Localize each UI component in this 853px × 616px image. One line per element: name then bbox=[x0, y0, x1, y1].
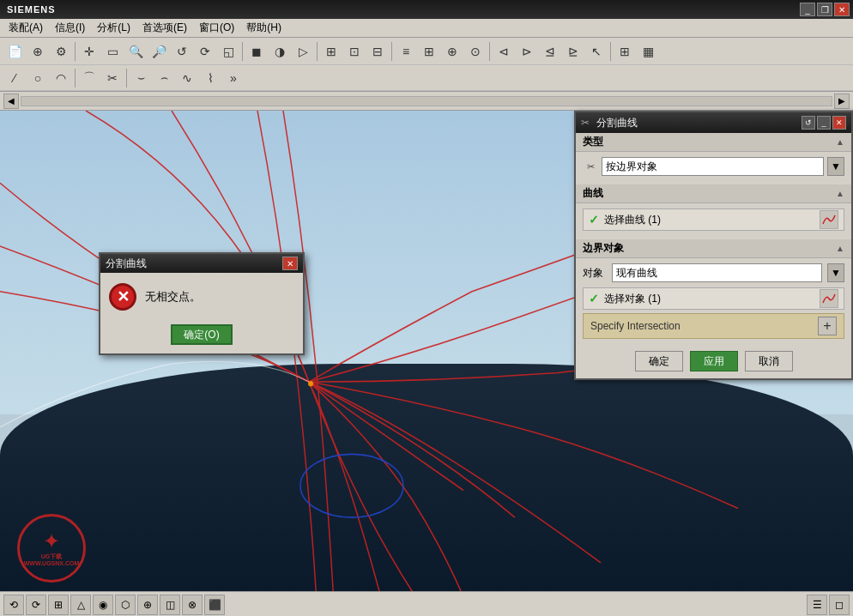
tb2-offset-btn[interactable]: ⌒ bbox=[78, 67, 100, 89]
tb-wire-btn[interactable]: ▷ bbox=[292, 40, 314, 63]
status-btn-3[interactable]: ⊞ bbox=[48, 595, 69, 615]
menu-item-preferences[interactable]: 首选项(E) bbox=[137, 19, 192, 37]
boundary-curve-btn[interactable] bbox=[820, 289, 838, 308]
restore-button[interactable]: ❐ bbox=[817, 3, 832, 16]
status-btn-5[interactable]: ◉ bbox=[93, 595, 113, 615]
type-collapse-arrow[interactable]: ▲ bbox=[836, 137, 844, 147]
tb-dims2-btn[interactable]: ⊙ bbox=[464, 40, 487, 63]
status-btn-6[interactable]: ⬡ bbox=[115, 595, 136, 615]
type-select[interactable]: 按边界对象 bbox=[602, 157, 824, 176]
minimize-button[interactable]: _ bbox=[800, 3, 815, 16]
menu-item-info[interactable]: 信息(I) bbox=[50, 19, 90, 37]
tb-dims-btn[interactable]: ⊕ bbox=[441, 40, 463, 63]
tb2-sep-2 bbox=[126, 69, 127, 88]
tb-view-btn[interactable]: ▭ bbox=[101, 40, 124, 63]
status-btn-right-1[interactable]: ☰ bbox=[807, 595, 827, 615]
logo-star-icon: ✦ bbox=[43, 529, 60, 553]
tb2-spline-btn[interactable]: ∿ bbox=[176, 67, 198, 89]
tb2-curve-btn[interactable]: ⌇ bbox=[199, 67, 221, 89]
status-btn-4[interactable]: △ bbox=[70, 595, 91, 615]
tb2-trim-btn[interactable]: ✂ bbox=[101, 67, 124, 89]
tb-rotate-btn[interactable]: ⟳ bbox=[194, 40, 216, 63]
menu-item-analysis[interactable]: 分析(L) bbox=[92, 19, 136, 37]
tb-sep-4 bbox=[391, 42, 392, 61]
status-btn-right-2[interactable]: ◻ bbox=[829, 595, 850, 615]
curve-section-label: 曲线 bbox=[583, 186, 603, 201]
tb2-more-btn[interactable]: » bbox=[222, 67, 245, 89]
boundary-obj-dropdown-btn[interactable]: ▼ bbox=[827, 263, 844, 282]
status-btn-9[interactable]: ⊗ bbox=[182, 595, 203, 615]
boundary-obj-row: 对象 现有曲线 ▼ bbox=[583, 263, 844, 282]
tb-more1-btn[interactable]: ⊲ bbox=[493, 40, 515, 63]
tb-arrow-btn[interactable]: ↖ bbox=[585, 40, 608, 63]
curve-collapse-arrow[interactable]: ▲ bbox=[836, 189, 844, 198]
panel-title-controls: ↺ _ ✕ bbox=[802, 116, 846, 130]
status-btn-8[interactable]: ◫ bbox=[160, 595, 180, 615]
curve-icon-btn[interactable] bbox=[820, 210, 838, 229]
boundary-collapse-arrow[interactable]: ▲ bbox=[836, 244, 844, 253]
panel-ok-button[interactable]: 确定 bbox=[635, 351, 683, 371]
menu-item-help[interactable]: 帮助(H) bbox=[241, 19, 287, 37]
tb-more3-btn[interactable]: ⊴ bbox=[539, 40, 561, 63]
tb-render-btn[interactable]: ◑ bbox=[269, 40, 291, 63]
nav-left-arrow[interactable]: ◀ bbox=[3, 94, 19, 109]
tb2-arc-btn[interactable]: ◠ bbox=[50, 67, 72, 89]
status-btn-7[interactable]: ⊕ bbox=[137, 595, 158, 615]
boundary-select-row: ✓ 选择对象 (1) bbox=[583, 287, 844, 310]
alert-ok-button[interactable]: 确定(O) bbox=[171, 324, 233, 345]
type-dropdown-btn[interactable]: ▼ bbox=[827, 157, 844, 176]
status-btn-1[interactable]: ⟲ bbox=[3, 595, 24, 615]
close-button[interactable]: ✕ bbox=[834, 3, 850, 16]
type-section-content: ✂ 按边界对象 ▼ bbox=[576, 152, 851, 184]
tb-target-btn[interactable]: ⊕ bbox=[27, 40, 49, 63]
boundary-obj-select[interactable]: 现有曲线 bbox=[612, 263, 822, 282]
tb-zoom2-btn[interactable]: 🔎 bbox=[148, 40, 170, 63]
tb-snap2-btn[interactable]: ⊡ bbox=[343, 40, 366, 63]
title-bar: SIEMENS _ ❐ ✕ bbox=[0, 0, 853, 19]
tb2-line-btn[interactable]: ∕ bbox=[3, 67, 26, 89]
tb-3d-btn[interactable]: ◱ bbox=[217, 40, 239, 63]
tb-orient-btn[interactable]: ⊟ bbox=[366, 40, 389, 63]
tb-more4-btn[interactable]: ⊵ bbox=[562, 40, 584, 63]
tb2-circle-btn[interactable]: ○ bbox=[27, 67, 49, 89]
alert-buttons: 确定(O) bbox=[100, 321, 303, 353]
panel-restore-button[interactable]: ↺ bbox=[802, 116, 815, 130]
status-btn-2[interactable]: ⟳ bbox=[26, 595, 46, 615]
boundary-check-icon: ✓ bbox=[589, 292, 599, 305]
alert-close-button[interactable]: ✕ bbox=[282, 257, 298, 270]
tb-snap-btn[interactable]: ⊞ bbox=[320, 40, 342, 63]
tb-new-btn[interactable]: 📄 bbox=[3, 40, 26, 63]
tb-components-btn[interactable]: ⚙ bbox=[50, 40, 72, 63]
panel-apply-button[interactable]: 应用 bbox=[690, 351, 738, 371]
tb-layer-btn[interactable]: ≡ bbox=[395, 40, 417, 63]
type-section-label: 类型 bbox=[583, 135, 603, 149]
tb2-fillet-btn[interactable]: ⌣ bbox=[130, 67, 152, 89]
toolbar-row-2: ∕ ○ ◠ ⌒ ✂ ⌣ ⌢ ∿ ⌇ » bbox=[0, 65, 853, 91]
nav-right-arrow[interactable]: ▶ bbox=[834, 94, 850, 109]
panel-minimize-button[interactable]: _ bbox=[817, 116, 831, 130]
curve-section-content: ✓ 选择曲线 (1) bbox=[576, 203, 851, 239]
tb-shade-btn[interactable]: ◼ bbox=[245, 40, 268, 63]
menu-item-window[interactable]: 窗口(O) bbox=[194, 19, 239, 37]
logo-text: UG下载 WWW.UGSNX.COM bbox=[24, 553, 80, 568]
tb-zoom-btn[interactable]: 🔍 bbox=[124, 40, 147, 63]
specify-intersection-label: Specify Intersection bbox=[590, 320, 681, 332]
type-select-value: 按边界对象 bbox=[606, 160, 657, 174]
tb-layer2-btn[interactable]: ⊞ bbox=[418, 40, 440, 63]
tb-grid1-btn[interactable]: ⊞ bbox=[614, 40, 636, 63]
tb-select-btn[interactable]: ✛ bbox=[78, 40, 100, 63]
menu-item-assembly[interactable]: 装配(A) bbox=[3, 19, 48, 37]
svg-point-1 bbox=[308, 381, 313, 386]
tb-refresh-btn[interactable]: ↺ bbox=[171, 40, 193, 63]
panel-close-button[interactable]: ✕ bbox=[832, 116, 846, 130]
type-section: 类型 ▲ ✂ 按边界对象 ▼ bbox=[576, 133, 851, 184]
tb-grid2-btn[interactable]: ▦ bbox=[637, 40, 659, 63]
tb-more2-btn[interactable]: ⊳ bbox=[516, 40, 538, 63]
status-btn-10[interactable]: ⬛ bbox=[204, 595, 225, 615]
specify-intersection-row: Specify Intersection + bbox=[583, 313, 844, 339]
panel-cancel-button[interactable]: 取消 bbox=[745, 351, 793, 371]
boundary-section: 边界对象 ▲ 对象 现有曲线 ▼ ✓ 选择对象 (1) bbox=[576, 239, 851, 344]
tb2-chamfer-btn[interactable]: ⌢ bbox=[153, 67, 175, 89]
curve-section-header: 曲线 ▲ bbox=[576, 184, 851, 203]
specify-intersection-plus-btn[interactable]: + bbox=[818, 317, 837, 335]
